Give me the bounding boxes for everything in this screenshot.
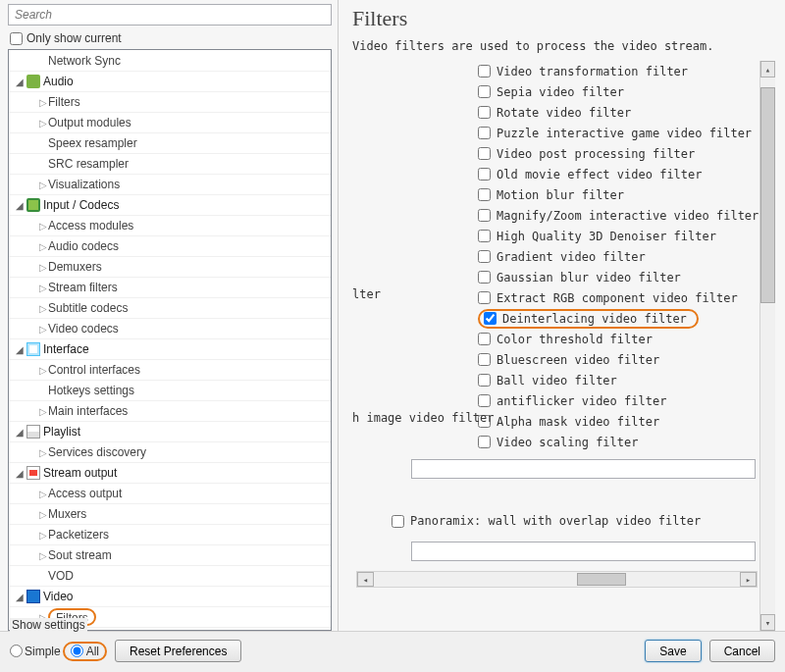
expand-arrow-icon[interactable]: ▷ bbox=[38, 278, 48, 298]
all-radio[interactable]: All bbox=[71, 645, 99, 658]
filter-checkbox[interactable] bbox=[478, 436, 491, 448]
filter-checkbox[interactable] bbox=[478, 209, 491, 222]
filter-checkbox[interactable] bbox=[478, 168, 491, 181]
tree-item-filters[interactable]: ▷Filters bbox=[9, 92, 331, 113]
filter-checkbox[interactable] bbox=[478, 271, 491, 284]
filter-option[interactable]: Gaussian blur video filter bbox=[478, 267, 759, 287]
tree-item-access-modules[interactable]: ▷Access modules bbox=[9, 216, 331, 236]
all-radio-input[interactable] bbox=[71, 645, 83, 657]
tree-category-playlist[interactable]: ◢Playlist bbox=[9, 422, 331, 442]
filter-module-input-1[interactable] bbox=[411, 459, 756, 479]
filter-option[interactable]: Video scaling filter bbox=[478, 432, 759, 452]
simple-radio[interactable]: Simple bbox=[10, 645, 61, 658]
filter-checkbox[interactable] bbox=[478, 85, 491, 98]
expand-arrow-icon[interactable]: ◢ bbox=[15, 195, 25, 216]
tree-item-services-discovery[interactable]: ▷Services discovery bbox=[9, 442, 331, 463]
simple-radio-input[interactable] bbox=[10, 645, 23, 657]
filter-option[interactable]: Magnify/Zoom interactive video filter bbox=[478, 205, 759, 226]
only-show-current-checkbox[interactable]: Only show current bbox=[8, 31, 332, 45]
search-input[interactable] bbox=[8, 4, 332, 26]
filter-option[interactable]: Bluescreen video filter bbox=[478, 349, 759, 370]
filter-option[interactable]: Old movie effect video filter bbox=[478, 164, 759, 184]
filter-checkbox[interactable] bbox=[478, 230, 491, 242]
filter-option[interactable]: Alpha mask video filter bbox=[478, 411, 759, 432]
tree-item-network-sync[interactable]: Network Sync bbox=[9, 51, 331, 72]
tree-category-interface[interactable]: ◢Interface bbox=[9, 339, 331, 360]
expand-arrow-icon[interactable]: ◢ bbox=[15, 339, 25, 360]
tree-item-muxers[interactable]: ▷Muxers bbox=[9, 504, 331, 525]
tree-item-main-interfaces[interactable]: ▷Main interfaces bbox=[9, 401, 331, 422]
filter-option[interactable]: Deinterlacing video filter bbox=[478, 308, 759, 329]
expand-arrow-icon[interactable]: ▷ bbox=[38, 401, 48, 422]
expand-arrow-icon[interactable]: ▷ bbox=[38, 525, 48, 545]
tree-category-audio[interactable]: ◢Audio bbox=[9, 72, 331, 92]
tree-item-stream-filters[interactable]: ▷Stream filters bbox=[9, 278, 331, 298]
filter-checkbox[interactable] bbox=[478, 106, 491, 119]
tree-item-hotkeys-settings[interactable]: Hotkeys settings bbox=[9, 381, 331, 401]
filter-option[interactable]: Extract RGB component video filter bbox=[478, 287, 759, 308]
tree-item-subtitle-codecs[interactable]: ▷Subtitle codecs bbox=[9, 298, 331, 319]
filter-checkbox[interactable] bbox=[478, 127, 491, 139]
filter-checkbox[interactable] bbox=[478, 291, 491, 304]
expand-arrow-icon[interactable]: ▷ bbox=[38, 175, 48, 195]
hscroll-thumb[interactable] bbox=[577, 573, 626, 586]
tree-item-src-resampler[interactable]: SRC resampler bbox=[9, 154, 331, 175]
filter-option[interactable]: antiflicker video filter bbox=[478, 390, 759, 411]
expand-arrow-icon[interactable]: ▷ bbox=[38, 257, 48, 278]
scroll-right-icon[interactable]: ▸ bbox=[740, 572, 757, 587]
filter-module-input-2[interactable] bbox=[411, 542, 756, 561]
expand-arrow-icon[interactable]: ◢ bbox=[15, 463, 25, 484]
tree-item-demuxers[interactable]: ▷Demuxers bbox=[9, 257, 331, 278]
tree-item-vod[interactable]: VOD bbox=[9, 566, 331, 587]
filter-option[interactable]: Motion blur filter bbox=[478, 184, 759, 205]
filter-checkbox[interactable] bbox=[478, 188, 491, 201]
filter-checkbox[interactable] bbox=[478, 374, 491, 387]
filter-checkbox[interactable] bbox=[478, 394, 491, 407]
tree-item-audio-codecs[interactable]: ▷Audio codecs bbox=[9, 236, 331, 257]
tree-item-speex-resampler[interactable]: Speex resampler bbox=[9, 133, 331, 154]
filter-checkbox[interactable] bbox=[478, 353, 491, 366]
filter-option[interactable]: Puzzle interactive game video filter bbox=[478, 123, 759, 143]
expand-arrow-icon[interactable]: ▷ bbox=[38, 504, 48, 525]
tree-item-control-interfaces[interactable]: ▷Control interfaces bbox=[9, 360, 331, 381]
filter-option[interactable]: Rotate video filter bbox=[478, 102, 759, 123]
panoramix-checkbox[interactable] bbox=[392, 515, 404, 528]
expand-arrow-icon[interactable]: ▷ bbox=[38, 360, 48, 381]
filter-option[interactable]: Gradient video filter bbox=[478, 246, 759, 267]
tree-item-video-codecs[interactable]: ▷Video codecs bbox=[9, 319, 331, 339]
reset-preferences-button[interactable]: Reset Preferences bbox=[115, 640, 241, 662]
tree-category-input-codecs[interactable]: ◢Input / Codecs bbox=[9, 195, 331, 216]
filter-option[interactable]: Color threshold filter bbox=[478, 329, 759, 349]
tree-category-video[interactable]: ◢Video bbox=[9, 587, 331, 607]
cancel-button[interactable]: Cancel bbox=[709, 640, 775, 662]
tree-item-visualizations[interactable]: ▷Visualizations bbox=[9, 175, 331, 195]
scroll-up-icon[interactable]: ▴ bbox=[760, 61, 775, 78]
settings-tree[interactable]: Network Sync◢Audio▷Filters▷Output module… bbox=[8, 49, 332, 631]
filter-checkbox[interactable] bbox=[478, 147, 491, 160]
expand-arrow-icon[interactable]: ▷ bbox=[38, 484, 48, 504]
expand-arrow-icon[interactable]: ▷ bbox=[38, 113, 48, 133]
filter-option[interactable]: Video post processing filter bbox=[478, 143, 759, 164]
only-show-current-box[interactable] bbox=[10, 32, 23, 45]
filter-option[interactable]: Video transformation filter bbox=[478, 61, 759, 81]
expand-arrow-icon[interactable]: ◢ bbox=[15, 587, 25, 607]
expand-arrow-icon[interactable]: ▷ bbox=[38, 442, 48, 463]
tree-item-access-output[interactable]: ▷Access output bbox=[9, 484, 331, 504]
tree-item-sout-stream[interactable]: ▷Sout stream bbox=[9, 545, 331, 566]
filter-checkbox[interactable] bbox=[478, 333, 491, 345]
expand-arrow-icon[interactable]: ◢ bbox=[15, 422, 25, 442]
filter-checkbox[interactable] bbox=[478, 250, 491, 263]
filter-option[interactable]: Ball video filter bbox=[478, 370, 759, 390]
horizontal-scrollbar[interactable]: ◂ ▸ bbox=[356, 571, 758, 588]
expand-arrow-icon[interactable]: ▷ bbox=[38, 545, 48, 566]
scroll-left-icon[interactable]: ◂ bbox=[357, 572, 374, 587]
filter-checkbox[interactable] bbox=[484, 312, 497, 325]
vertical-scrollbar[interactable]: ▴ ▾ bbox=[759, 61, 775, 631]
expand-arrow-icon[interactable]: ▷ bbox=[38, 216, 48, 236]
tree-category-stream-output[interactable]: ◢Stream output bbox=[9, 463, 331, 484]
filter-option[interactable]: High Quality 3D Denoiser filter bbox=[478, 226, 759, 246]
expand-arrow-icon[interactable]: ▷ bbox=[38, 236, 48, 257]
scroll-down-icon[interactable]: ▾ bbox=[760, 614, 775, 631]
expand-arrow-icon[interactable]: ▷ bbox=[38, 92, 48, 113]
expand-arrow-icon[interactable]: ▷ bbox=[38, 298, 48, 319]
